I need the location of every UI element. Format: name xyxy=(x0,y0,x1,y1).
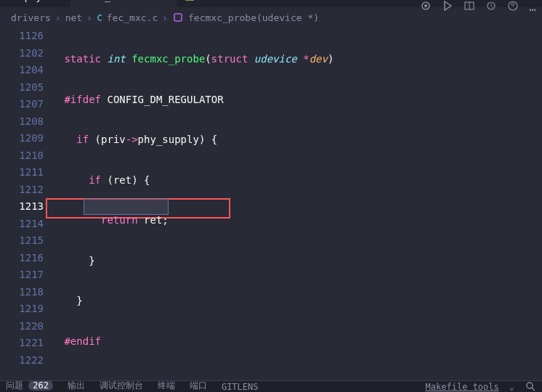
svg-line-10 xyxy=(532,388,535,391)
panel-tab-makefile[interactable]: Makefile tools xyxy=(426,382,499,392)
line-number: 1210 xyxy=(19,150,44,161)
panel-tab-ports[interactable]: 端口 xyxy=(190,380,207,392)
editor-toolbar: … xyxy=(420,0,536,7)
line-number: 1217 xyxy=(19,269,44,280)
breadcrumb-item[interactable]: fec_mxc.c xyxy=(107,12,158,23)
debug-icon[interactable] xyxy=(420,0,432,7)
function-icon xyxy=(172,12,184,23)
code-content[interactable]: static int fecmxc_probe(struct udevice *… xyxy=(58,28,542,383)
line-number: 1214 xyxy=(19,218,44,229)
line-number: 1207 xyxy=(19,98,44,110)
tab-fecmxc[interactable]: C fec_mxc.c M × xyxy=(70,0,177,7)
tab-title: fec_mxc.c xyxy=(88,0,139,2)
tab-modified-indicator: M xyxy=(57,0,63,2)
svg-point-7 xyxy=(511,3,514,6)
panel-tab-debug[interactable]: 调试控制台 xyxy=(100,380,143,392)
line-number: 1213 xyxy=(19,200,44,212)
line-number: 1208 xyxy=(19,115,44,127)
line-number: 1126 xyxy=(19,30,44,41)
gutter: 1126 1202 1204 1205 1207 1208 1209 1210 … xyxy=(0,28,58,383)
line-number: 1202 xyxy=(19,47,44,59)
chevron-down-icon[interactable]: ⌄ xyxy=(509,382,514,392)
line-number: 1219 xyxy=(19,303,44,314)
breadcrumb-item[interactable]: drivers xyxy=(11,12,51,23)
tab-phyc[interactable]: C phy.c M xyxy=(7,0,70,7)
breadcrumb-symbol[interactable]: fecmxc_probe(udevice *) xyxy=(188,12,319,23)
c-file-icon: C xyxy=(97,12,102,23)
c-file-icon: C xyxy=(78,0,84,2)
svg-point-9 xyxy=(527,383,533,388)
line-number: 1216 xyxy=(19,252,44,264)
panel-tab-gitlens[interactable]: GITLENS xyxy=(222,382,259,392)
svg-rect-8 xyxy=(174,14,182,21)
code-line[interactable]: if (ret) { xyxy=(58,172,542,189)
code-line[interactable]: static int fecmxc_probe(struct udevice *… xyxy=(58,51,542,68)
c-file-icon: C xyxy=(15,0,20,2)
line-number: 1218 xyxy=(19,286,44,298)
line-number: 1221 xyxy=(19,337,44,348)
line-number: 1212 xyxy=(19,184,44,195)
line-number: 1222 xyxy=(19,354,44,366)
chevron-right-icon: › xyxy=(55,12,61,23)
more-icon[interactable]: … xyxy=(529,0,536,7)
tab-buildsh[interactable]: build.sh xyxy=(177,0,253,7)
sh-file-icon xyxy=(184,0,195,2)
code-line[interactable]: return ret; xyxy=(58,212,542,229)
code-line[interactable]: #ifdef CONFIG_DM_REGULATOR xyxy=(58,91,542,109)
run-icon[interactable] xyxy=(442,0,453,7)
breadcrumb-item[interactable]: net xyxy=(65,12,82,23)
code-line[interactable]: } xyxy=(58,253,542,270)
line-number: 1205 xyxy=(19,81,44,93)
line-number: 1204 xyxy=(19,64,44,75)
svg-point-6 xyxy=(509,1,517,7)
line-number: 1220 xyxy=(19,320,44,332)
panel-tab-problems[interactable]: 问题 262 xyxy=(6,380,53,392)
code-line[interactable]: #endif xyxy=(58,333,542,351)
history-icon[interactable] xyxy=(485,0,497,7)
split-icon[interactable] xyxy=(464,0,475,7)
code-line[interactable]: if (priv->phy_supply) { xyxy=(58,131,542,149)
tab-title: build.sh xyxy=(200,0,246,2)
search-icon[interactable] xyxy=(525,380,536,392)
tab-close-icon[interactable]: × xyxy=(163,0,169,2)
panel-tab-output[interactable]: 输出 xyxy=(68,380,85,392)
svg-point-2 xyxy=(424,4,427,7)
chevron-right-icon: › xyxy=(162,12,168,23)
line-number: 1211 xyxy=(19,166,44,178)
tab-title: phy.c xyxy=(25,0,53,2)
chevron-right-icon: › xyxy=(86,12,92,23)
line-number: 1215 xyxy=(19,234,44,246)
tab-modified-indicator: M xyxy=(143,0,149,2)
tab-bar: C phy.c M C fec_mxc.c M × build.sh … xyxy=(0,0,542,7)
account-icon[interactable] xyxy=(507,0,519,7)
panel-tab-terminal[interactable]: 终端 xyxy=(158,380,175,392)
bottom-panel: 问题 262 输出 调试控制台 终端 端口 GITLENS Makefile t… xyxy=(0,380,542,392)
line-number: 1209 xyxy=(19,132,44,144)
editor-area[interactable]: 1126 1202 1204 1205 1207 1208 1209 1210 … xyxy=(0,28,542,383)
code-line[interactable]: } xyxy=(58,293,542,310)
